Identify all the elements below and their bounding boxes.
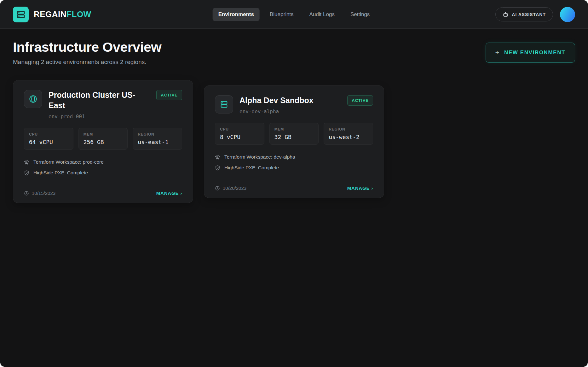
page-subtitle: Managing 2 active environments across 2 … (13, 59, 161, 66)
ai-assistant-button[interactable]: AI ASSISTANT (495, 7, 553, 21)
stats-row: CPU 64 vCPU MEM 256 GB REGION us-east-1 (24, 128, 182, 150)
stat-value: 256 GB (84, 139, 123, 145)
stat-mem: MEM 32 GB (269, 123, 319, 145)
page-header: Infrastructure Overview Managing 2 activ… (13, 39, 575, 66)
user-avatar[interactable] (560, 7, 575, 22)
stat-cpu: CPU 8 vCPU (215, 123, 264, 145)
app-logo-icon (13, 7, 29, 22)
ai-assistant-label: AI ASSISTANT (512, 12, 546, 17)
chevron-right-icon: › (371, 185, 373, 191)
clock-icon (24, 191, 29, 196)
app-window: REGAINFLOW Environments Blueprints Audit… (0, 0, 588, 367)
stats-row: CPU 8 vCPU MEM 32 GB REGION us-west-2 (215, 123, 373, 145)
stat-value: 8 vCPU (220, 134, 259, 140)
date-text: 10/20/2023 (223, 185, 246, 191)
environment-title: Production Cluster US-East (49, 90, 140, 110)
card-footer: 10/15/2023 MANAGE › (24, 184, 182, 196)
environment-id: env-dev-alpha (239, 108, 341, 114)
stat-label: REGION (329, 127, 368, 131)
card-title-wrap: Production Cluster US-East env-prod-001 (49, 90, 150, 119)
card-date: 10/15/2023 (24, 190, 55, 196)
stat-mem: MEM 256 GB (78, 128, 128, 150)
terraform-workspace-row: Terraform Workspace: dev-alpha (215, 154, 373, 160)
nav-item-audit-logs[interactable]: Audit Logs (304, 8, 340, 21)
nav-item-blueprints[interactable]: Blueprints (264, 8, 299, 21)
stat-label: CPU (29, 132, 68, 137)
brand: REGAINFLOW (13, 7, 91, 22)
card-date: 10/20/2023 (215, 185, 246, 191)
brand-name-secondary: FLOW (66, 9, 91, 19)
main-content: Infrastructure Overview Managing 2 activ… (0, 29, 588, 214)
environment-title: Alpha Dev Sandbox (239, 95, 331, 106)
plus-icon: + (495, 49, 500, 56)
detail-text: HighSide PXE: Complete (224, 165, 279, 171)
top-navbar: REGAINFLOW Environments Blueprints Audit… (0, 0, 588, 29)
brand-name-primary: REGAIN (34, 9, 66, 19)
chevron-right-icon: › (180, 190, 182, 196)
chip-icon (24, 160, 29, 165)
stat-value: 64 vCPU (29, 139, 68, 145)
stat-value: us-west-2 (329, 134, 368, 140)
nav-item-environments[interactable]: Environments (213, 8, 260, 21)
stat-cpu: CPU 64 vCPU (24, 128, 73, 150)
pxe-status-row: HighSide PXE: Complete (215, 165, 373, 171)
brand-name: REGAINFLOW (34, 9, 91, 19)
manage-button[interactable]: MANAGE › (156, 190, 182, 196)
stat-value: us-east-1 (138, 139, 177, 145)
manage-label: MANAGE (347, 185, 370, 191)
stat-region: REGION us-east-1 (133, 128, 182, 150)
detail-rows: Terraform Workspace: dev-alpha HighSide … (215, 154, 373, 171)
card-title-wrap: Alpha Dev Sandbox env-dev-alpha (239, 95, 341, 115)
page-header-text: Infrastructure Overview Managing 2 activ… (13, 39, 161, 66)
shield-check-icon (215, 165, 220, 171)
detail-rows: Terraform Workspace: prod-core HighSide … (24, 159, 182, 176)
robot-icon (503, 11, 509, 17)
pxe-status-row: HighSide PXE: Complete (24, 170, 182, 176)
card-header: Alpha Dev Sandbox env-dev-alpha ACTIVE (215, 95, 373, 115)
server-icon (215, 95, 233, 114)
stat-value: 32 GB (274, 134, 314, 140)
status-badge: ACTIVE (156, 90, 182, 100)
page-title: Infrastructure Overview (13, 39, 161, 55)
shield-check-icon (24, 170, 29, 176)
stat-label: CPU (220, 127, 259, 131)
card-header: Production Cluster US-East env-prod-001 … (24, 90, 182, 119)
environments-grid: Production Cluster US-East env-prod-001 … (13, 80, 575, 203)
clock-icon (215, 186, 220, 191)
detail-text: Terraform Workspace: dev-alpha (224, 154, 295, 160)
date-text: 10/15/2023 (32, 190, 55, 196)
stat-label: MEM (274, 127, 314, 131)
new-environment-button[interactable]: + NEW ENVIRONMENT (486, 43, 575, 63)
card-footer: 10/20/2023 MANAGE › (215, 179, 373, 191)
stat-label: MEM (84, 132, 123, 137)
environment-card-dev: Alpha Dev Sandbox env-dev-alpha ACTIVE C… (204, 85, 384, 198)
detail-text: HighSide PXE: Complete (33, 170, 88, 176)
primary-nav: Environments Blueprints Audit Logs Setti… (213, 8, 376, 21)
environment-id: env-prod-001 (49, 114, 150, 119)
stat-label: REGION (138, 132, 177, 137)
manage-button[interactable]: MANAGE › (347, 185, 373, 191)
nav-item-settings[interactable]: Settings (345, 8, 375, 21)
new-environment-label: NEW ENVIRONMENT (504, 50, 565, 56)
stat-region: REGION us-west-2 (324, 123, 373, 145)
environment-card-prod: Production Cluster US-East env-prod-001 … (13, 80, 193, 203)
manage-label: MANAGE (156, 190, 179, 196)
status-badge: ACTIVE (347, 95, 373, 106)
globe-icon (24, 90, 42, 108)
detail-text: Terraform Workspace: prod-core (33, 159, 104, 165)
chip-icon (215, 154, 220, 160)
navbar-right: AI ASSISTANT (495, 7, 575, 22)
terraform-workspace-row: Terraform Workspace: prod-core (24, 159, 182, 165)
